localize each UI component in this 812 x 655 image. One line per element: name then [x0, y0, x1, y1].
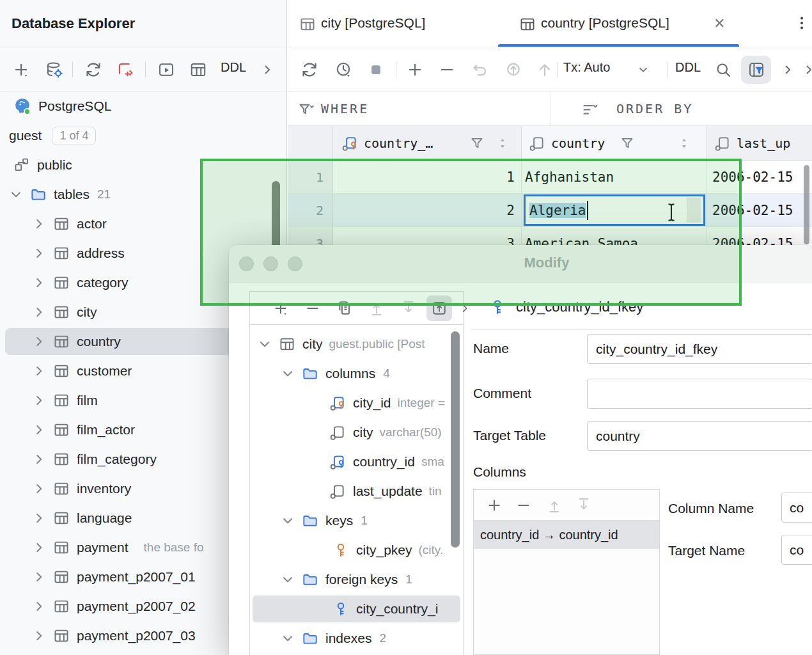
row-number[interactable]: 1	[288, 161, 333, 194]
chevron-right-icon[interactable]	[31, 422, 47, 438]
refresh-button[interactable]	[81, 57, 106, 83]
dialog-tree-item-country-id[interactable]: country_idsma	[250, 447, 463, 477]
sidebar-item-actor[interactable]: actor	[0, 209, 286, 239]
dialog-tree-item-last-update[interactable]: last_updatetin	[250, 477, 463, 506]
chevron-right-icon[interactable]	[31, 304, 47, 320]
comment-input[interactable]	[587, 379, 812, 409]
table-row[interactable]: 11Afghanistan2006-02-15	[288, 161, 812, 194]
add-column-button[interactable]	[481, 493, 507, 518]
dialog-tree-item-columns[interactable]: columns4	[250, 359, 463, 388]
chevron-right-icon[interactable]	[31, 480, 47, 497]
name-input[interactable]: city_country_id_fkey	[587, 334, 812, 364]
dialog-titlebar[interactable]: Modify	[229, 245, 812, 283]
chevron-right-icon[interactable]	[31, 539, 47, 556]
funnel-icon[interactable]	[619, 135, 636, 152]
dialog-tree-item-keys[interactable]: keys1	[250, 506, 463, 535]
funnel-icon[interactable]	[469, 135, 485, 152]
remove-column-button[interactable]	[511, 493, 536, 518]
query-history-button[interactable]	[331, 57, 356, 83]
chevron-down-icon[interactable]	[279, 512, 296, 529]
sort-icon[interactable]	[496, 136, 510, 150]
cell-country-id[interactable]: 1	[333, 161, 522, 194]
delete-row-button[interactable]	[434, 57, 460, 83]
chevron-right-icon[interactable]	[31, 598, 47, 615]
table-view-button[interactable]	[185, 57, 211, 83]
move-up-button[interactable]	[364, 296, 389, 321]
dialog-tree-item-city-country-i[interactable]: city_country_i	[250, 594, 463, 624]
submit-reload-button[interactable]	[501, 57, 526, 83]
chevron-right-icon[interactable]	[31, 274, 47, 291]
order-by-input[interactable]: ORDER BY	[616, 101, 693, 116]
sidebar-item-guest[interactable]: guest1 of 4	[0, 121, 286, 150]
toolbar-more-chevron[interactable]	[254, 57, 280, 83]
chevron-right-icon[interactable]	[31, 510, 47, 526]
tab-options-kebab-icon[interactable]	[793, 14, 811, 32]
add-row-button[interactable]	[402, 57, 428, 83]
tab-country[interactable]: country [PostgreSQL]	[541, 15, 669, 31]
column-header-country[interactable]: country	[522, 126, 707, 160]
chevron-down-icon[interactable]	[279, 571, 296, 588]
sort-icon[interactable]	[677, 136, 691, 150]
move-mapping-up-button[interactable]	[542, 493, 567, 518]
target-name-input[interactable]: co	[781, 535, 812, 565]
stop-button[interactable]	[363, 57, 389, 83]
revert-button[interactable]	[467, 57, 493, 83]
dialog-tree-item-city-pkey[interactable]: city_pkey(city.	[250, 535, 463, 565]
chevron-down-icon[interactable]	[256, 336, 273, 352]
chevron-right-icon[interactable]	[31, 245, 47, 262]
duplicate-button[interactable]	[332, 296, 357, 321]
chevron-right-icon[interactable]	[31, 451, 47, 468]
column-header-country-id[interactable]: country_…	[333, 126, 522, 160]
more-chevron[interactable]	[796, 57, 812, 83]
datasource-properties-button[interactable]	[42, 57, 67, 83]
chevron-right-icon[interactable]	[31, 627, 47, 644]
move-down-button[interactable]	[396, 296, 421, 321]
grid-scrollbar[interactable]	[804, 165, 809, 244]
pane-more-chevron[interactable]	[452, 296, 478, 321]
sidebar-item-tables[interactable]: tables21	[0, 180, 286, 209]
column-mapping-row[interactable]: country_id → country_id	[474, 521, 659, 549]
chevron-right-icon[interactable]	[31, 569, 47, 585]
chevron-right-icon[interactable]	[31, 333, 47, 350]
dialog-tree-item-indexes[interactable]: indexes2	[250, 624, 463, 653]
table-row[interactable]: 22Algeria2006-02-15	[288, 194, 812, 227]
chevron-right-icon[interactable]	[31, 216, 47, 232]
search-button[interactable]	[710, 57, 736, 83]
tab-city[interactable]: city [PostgreSQL]	[321, 15, 425, 31]
where-clause-input[interactable]: WHERE	[321, 101, 369, 116]
column-name-input[interactable]: co	[781, 493, 812, 523]
sidebar-item-public[interactable]: public	[0, 150, 286, 180]
target-table-input[interactable]: country	[587, 421, 812, 451]
reload-data-button[interactable]	[297, 57, 322, 83]
open-console-button[interactable]	[153, 57, 179, 83]
cell-country[interactable]: Afghanistan	[522, 161, 707, 194]
cell-country[interactable]: Algeria	[522, 194, 707, 227]
row-number[interactable]: 2	[288, 194, 333, 227]
cell-country-id[interactable]: 2	[333, 194, 522, 227]
disconnect-button[interactable]	[113, 57, 138, 83]
tx-mode-button[interactable]: Tx: Auto	[563, 60, 610, 75]
chevron-down-icon[interactable]	[279, 365, 296, 382]
chevron-down-icon[interactable]	[8, 186, 24, 203]
dialog-tree-item-city[interactable]: cityguest.public [Post	[250, 329, 463, 359]
ddl-button[interactable]: DDL	[221, 60, 246, 75]
add-button[interactable]	[268, 296, 293, 321]
dialog-tree-item-city-id[interactable]: city_idinteger =	[250, 388, 463, 418]
chevron-right-icon[interactable]	[31, 363, 47, 379]
remove-button[interactable]	[300, 296, 325, 321]
add-datasource-button[interactable]	[8, 57, 34, 83]
cell-last-update[interactable]: 2006-02-15	[707, 194, 812, 227]
sidebar-item-postgresql[interactable]: PostgreSQL	[0, 91, 286, 121]
chevron-right-icon[interactable]	[31, 392, 47, 409]
ddl-button[interactable]: DDL	[675, 60, 701, 75]
dialog-tree-scrollbar[interactable]	[451, 331, 460, 548]
filter-panel-button[interactable]	[741, 56, 771, 84]
dialog-tree-item-city[interactable]: cityvarchar(50)	[250, 418, 463, 447]
column-header-last-update[interactable]: last_up	[707, 126, 812, 160]
cell-editor[interactable]: Algeria	[524, 194, 705, 226]
chevron-down-icon[interactable]	[279, 630, 296, 647]
submit-button[interactable]	[532, 57, 558, 83]
dialog-tree-item-foreign-keys[interactable]: foreign keys1	[250, 565, 463, 594]
navigate-to-parent-button[interactable]	[426, 296, 452, 321]
cell-last-update[interactable]: 2006-02-15	[707, 161, 812, 194]
